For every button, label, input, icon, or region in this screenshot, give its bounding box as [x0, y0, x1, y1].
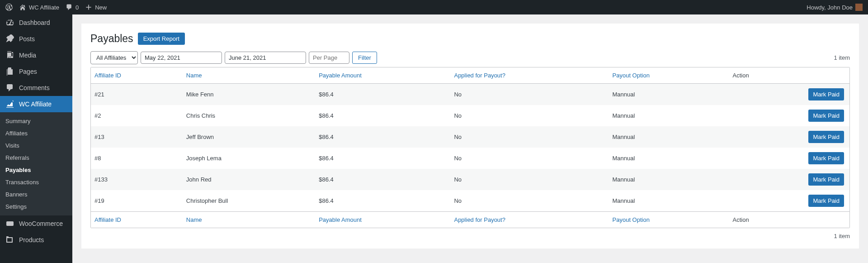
cell-payout-option: Mannual [609, 169, 729, 190]
cell-applied: No [450, 148, 609, 169]
col-name[interactable]: Name [183, 67, 315, 84]
cell-applied: No [450, 126, 609, 148]
export-report-button[interactable]: Export Report [138, 33, 185, 45]
submenu-payables[interactable]: Payables [0, 164, 72, 176]
cell-name: Jeff Brown [183, 126, 315, 148]
sidebar-item-label: Comments [19, 84, 50, 91]
filter-button[interactable]: Filter [352, 52, 377, 64]
fcol-affiliate-id[interactable]: Affiliate ID [91, 212, 183, 228]
date-end-input[interactable] [225, 52, 306, 64]
cell-payable-amount: $86.4 [315, 84, 450, 105]
user-menu[interactable]: Howdy, John Doe [807, 4, 863, 11]
submenu-referrals[interactable]: Referrals [0, 152, 72, 164]
mark-paid-button[interactable]: Mark Paid [808, 110, 844, 122]
cell-payable-amount: $86.4 [315, 190, 450, 212]
mark-paid-button[interactable]: Mark Paid [808, 195, 844, 207]
fcol-name[interactable]: Name [183, 212, 315, 228]
cell-applied: No [450, 105, 609, 126]
sidebar-item-products[interactable]: Products [0, 232, 72, 248]
cell-affiliate-id: #13 [91, 126, 183, 148]
cell-affiliate-id: #133 [91, 169, 183, 190]
comments-link[interactable]: 0 [66, 4, 79, 11]
submenu-banners[interactable]: Banners [0, 188, 72, 201]
cell-affiliate-id: #2 [91, 105, 183, 126]
new-link[interactable]: New [85, 4, 107, 11]
dashboard-icon [5, 18, 14, 27]
cell-name: Mike Fenn [183, 84, 315, 105]
page-title: Payables [90, 33, 133, 45]
sidebar-item-label: WooCommerce [19, 220, 63, 227]
affiliate-filter-select[interactable]: All Affiliates [90, 51, 138, 64]
cell-affiliate-id: #19 [91, 190, 183, 212]
sidebar-item-label: Dashboard [19, 19, 50, 26]
table-row: #8Joseph Lema$86.4NoMannualMark Paid [91, 148, 849, 169]
avatar [855, 4, 863, 11]
sidebar-item-woocommerce[interactable]: WooCommerce [0, 215, 72, 232]
cell-payout-option: Mannual [609, 105, 729, 126]
cell-payable-amount: $86.4 [315, 105, 450, 126]
cell-affiliate-id: #8 [91, 148, 183, 169]
item-count-top: 1 item [834, 54, 850, 61]
sidebar-item-label: Pages [19, 68, 37, 75]
col-payable-amount[interactable]: Payable Amount [315, 67, 450, 84]
svg-rect-0 [6, 221, 14, 226]
fcol-action: Action [729, 212, 849, 228]
table-row: #19Christopher Bull$86.4NoMannualMark Pa… [91, 190, 849, 212]
fcol-applied-for-payout[interactable]: Applied for Payout? [450, 212, 609, 228]
greeting-label: Howdy, John Doe [807, 4, 853, 11]
home-icon [19, 4, 26, 11]
admin-sidebar: Dashboard Posts Media Pages Comments WC … [0, 14, 72, 263]
comment-icon [66, 4, 73, 11]
sidebar-item-posts[interactable]: Posts [0, 31, 72, 47]
col-affiliate-id[interactable]: Affiliate ID [91, 67, 183, 84]
cell-payable-amount: $86.4 [315, 126, 450, 148]
per-page-input[interactable] [309, 52, 349, 64]
sidebar-item-label: Products [19, 236, 44, 244]
cell-payout-option: Mannual [609, 190, 729, 212]
submenu-transactions[interactable]: Transactions [0, 176, 72, 188]
cell-payable-amount: $86.4 [315, 169, 450, 190]
site-name-link[interactable]: WC Affiliate [19, 4, 59, 11]
wc-affiliate-submenu: Summary Affiliates Visits Referrals Paya… [0, 112, 72, 215]
cell-payout-option: Mannual [609, 148, 729, 169]
sidebar-item-media[interactable]: Media [0, 47, 72, 63]
new-label: New [95, 4, 107, 11]
admin-topbar: WC Affiliate 0 New Howdy, John Doe [0, 0, 868, 14]
sidebar-item-pages[interactable]: Pages [0, 63, 72, 80]
col-action: Action [729, 67, 849, 84]
item-count-bottom: 1 item [90, 228, 850, 239]
cell-payout-option: Mannual [609, 84, 729, 105]
submenu-visits[interactable]: Visits [0, 139, 72, 152]
col-payout-option[interactable]: Payout Option [609, 67, 729, 84]
submenu-settings[interactable]: Settings [0, 201, 72, 213]
pin-icon [5, 34, 14, 43]
submenu-summary[interactable]: Summary [0, 115, 72, 127]
mark-paid-button[interactable]: Mark Paid [808, 131, 844, 143]
products-icon [5, 235, 14, 244]
date-start-input[interactable] [141, 52, 222, 64]
wp-logo[interactable] [5, 4, 13, 11]
woo-icon [5, 219, 14, 228]
table-row: #133John Red$86.4NoMannualMark Paid [91, 169, 849, 190]
main-content: Payables Export Report All Affiliates Fi… [72, 14, 868, 263]
submenu-affiliates[interactable]: Affiliates [0, 127, 72, 139]
fcol-payable-amount[interactable]: Payable Amount [315, 212, 450, 228]
col-applied-for-payout[interactable]: Applied for Payout? [450, 67, 609, 84]
cell-name: John Red [183, 169, 315, 190]
table-row: #2Chris Chris$86.4NoMannualMark Paid [91, 105, 849, 126]
cell-applied: No [450, 169, 609, 190]
sidebar-item-label: Posts [19, 35, 35, 43]
table-row: #13Jeff Brown$86.4NoMannualMark Paid [91, 126, 849, 148]
cell-applied: No [450, 190, 609, 212]
mark-paid-button[interactable]: Mark Paid [808, 88, 844, 100]
cell-payable-amount: $86.4 [315, 148, 450, 169]
media-icon [5, 51, 14, 60]
mark-paid-button[interactable]: Mark Paid [808, 152, 844, 164]
sidebar-item-wc-affiliate[interactable]: WC Affiliate [0, 96, 72, 112]
comment-icon [5, 83, 14, 92]
sidebar-item-dashboard[interactable]: Dashboard [0, 14, 72, 31]
sidebar-item-label: WC Affiliate [19, 100, 52, 108]
fcol-payout-option[interactable]: Payout Option [609, 212, 729, 228]
sidebar-item-comments[interactable]: Comments [0, 80, 72, 96]
mark-paid-button[interactable]: Mark Paid [808, 173, 844, 186]
